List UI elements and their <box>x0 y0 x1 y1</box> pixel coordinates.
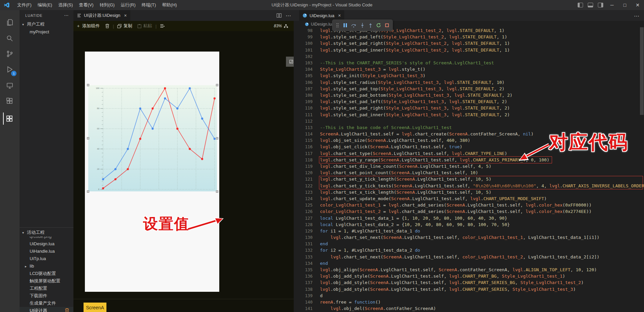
code-line-130[interactable]: 130 lvgl.chart_set_next(ScreenA.LvglChar… <box>294 234 644 241</box>
code-line-134[interactable]: 134end <box>294 260 644 267</box>
menu-item-6[interactable]: 终端(T) <box>138 0 159 10</box>
tree-item-UiDesign.lua[interactable]: UiDesign.lua <box>20 240 73 248</box>
line-number[interactable]: 111 <box>294 112 313 117</box>
line-number[interactable]: 137 <box>294 280 313 285</box>
code-line-118[interactable]: 118lvgl.chart_set_y_range(ScreenA.LvglCh… <box>294 157 644 163</box>
luatide-designer-icon[interactable] <box>3 113 15 125</box>
resize-handle[interactable] <box>216 137 218 139</box>
line-number[interactable]: 131 <box>294 241 313 246</box>
tree-item-lib[interactable]: ▸lib <box>20 262 73 270</box>
code-line-126[interactable]: 126color_LvglChart1_test_2 = lvgl.chart_… <box>294 208 644 215</box>
close-tab-icon[interactable]: × <box>124 13 127 18</box>
design-canvas[interactable]: 100806040200 ScreenA 设置值 <box>73 31 294 312</box>
menu-item-5[interactable]: 运行(R) <box>118 0 138 10</box>
extensions-icon[interactable] <box>4 95 16 107</box>
menu-item-0[interactable]: 文件(F) <box>14 0 35 10</box>
line-number[interactable]: 127 <box>294 216 313 221</box>
code-line-109[interactable]: 109lvgl.style_set_pad_left(Style_LvglCha… <box>294 98 644 105</box>
restart-icon[interactable] <box>376 23 381 28</box>
resize-handle[interactable] <box>87 137 89 139</box>
code-line-122[interactable]: 122lvgl.chart_set_y_tick_texts(ScreenA.L… <box>294 183 644 189</box>
line-number[interactable]: 134 <box>294 261 313 266</box>
code-line-99[interactable]: 99lvgl.style_set_pad_left(Style_LvglChar… <box>294 34 644 40</box>
line-number[interactable]: 98 <box>294 28 313 33</box>
line-number[interactable]: 114 <box>294 131 313 136</box>
line-number[interactable]: 119 <box>294 164 313 169</box>
code-line-137[interactable]: 137lvgl.obj_add_style(ScreenA.LvglChart1… <box>294 279 644 286</box>
code-line-136[interactable]: 136lvgl.obj_add_style(ScreenA.LvglChart1… <box>294 273 644 279</box>
tree-item-UI设计器[interactable]: UI设计器 <box>20 307 73 312</box>
tree-item-UiHandle.lua[interactable]: UiHandle.lua <box>20 248 73 255</box>
line-number[interactable]: 112 <box>294 119 313 124</box>
code-line-106[interactable]: 106lvgl.style_set_radius(Style_LvglChart… <box>294 79 644 86</box>
resize-handle[interactable] <box>216 190 218 193</box>
screen-tab-screena[interactable]: ScreenA <box>84 303 106 312</box>
code-line-100[interactable]: 100lvgl.style_set_pad_right(Style_LvglCh… <box>294 40 644 46</box>
line-number[interactable]: 107 <box>294 86 313 91</box>
step-out-icon[interactable] <box>368 23 373 28</box>
step-into-icon[interactable] <box>360 23 364 28</box>
code-line-128[interactable]: 128local LvglChart1_test_data_2 = {10, 2… <box>294 221 644 228</box>
line-number[interactable]: 103 <box>294 60 313 65</box>
search-icon[interactable] <box>4 32 16 44</box>
code-line-138[interactable]: 138lvgl.obj_add_style(ScreenA.LvglChart1… <box>294 286 644 292</box>
line-number[interactable]: 135 <box>294 267 313 272</box>
explorer-icon[interactable] <box>4 16 16 28</box>
layer-list-icon[interactable] <box>157 21 168 31</box>
code-line-125[interactable]: 125color_LvglChart1_test_1 = lvgl.chart_… <box>294 202 644 208</box>
line-number[interactable]: 125 <box>294 202 313 208</box>
line-number[interactable]: 118 <box>294 157 313 162</box>
step-over-icon[interactable] <box>351 23 356 28</box>
close-tab-icon[interactable]: × <box>338 13 341 18</box>
line-number[interactable]: 104 <box>294 67 313 72</box>
line-number[interactable]: 136 <box>294 274 313 279</box>
resize-handle[interactable] <box>216 84 218 86</box>
line-number[interactable]: 123 <box>294 190 313 195</box>
close-button[interactable]: ✕ <box>631 0 644 10</box>
line-number[interactable]: 122 <box>294 183 313 188</box>
line-number[interactable]: 138 <box>294 287 313 292</box>
tree-view-icon[interactable] <box>284 24 288 28</box>
code-line-112[interactable]: 112 <box>294 118 644 124</box>
code-line-108[interactable]: 108lvgl.style_set_pad_bottom(Style_LvglC… <box>294 92 644 98</box>
line-number[interactable]: 100 <box>294 41 313 46</box>
line-number[interactable]: 139 <box>294 293 313 298</box>
code-lines[interactable]: 98lvgl.style_set_pad_top(Style_LvglChart… <box>294 27 644 312</box>
toggle-sidebar-icon[interactable] <box>578 3 583 7</box>
tree-item-下载固件[interactable]: 下载固件 <box>20 292 73 300</box>
line-number[interactable]: 130 <box>294 235 313 240</box>
line-number[interactable]: 99 <box>294 34 313 39</box>
delete-component-icon[interactable] <box>102 21 112 31</box>
code-line-140[interactable]: 140reenA.free = function() <box>294 299 644 305</box>
resize-handle[interactable] <box>87 190 89 193</box>
pause-icon[interactable] <box>343 23 347 28</box>
line-number[interactable]: 110 <box>294 105 313 111</box>
stop-icon[interactable] <box>385 23 389 27</box>
toggle-secondary-sidebar-icon[interactable] <box>598 3 603 7</box>
code-line-139[interactable]: 139d <box>294 292 644 299</box>
line-number[interactable]: 106 <box>294 80 313 85</box>
line-number[interactable]: 124 <box>294 196 313 201</box>
section-active-project-header[interactable]: ▾ 活动工程 <box>20 228 73 237</box>
code-line-104[interactable]: 104Style_LvglChart1_test_3 = lvgl.style_… <box>294 66 644 72</box>
code-line-105[interactable]: 105lvgl.style_init(Style_LvglChart1_test… <box>294 72 644 79</box>
tree-item-触摸屏驱动配置[interactable]: 触摸屏驱动配置 <box>20 277 73 285</box>
editor-scrollbar[interactable] <box>640 27 644 115</box>
editor-actions-icon[interactable]: ⋯ <box>286 12 291 19</box>
menu-item-3[interactable]: 查看(V) <box>76 0 96 10</box>
code-line-111[interactable]: 111lvgl.style_set_pad_inner(Style_LvglCh… <box>294 111 644 118</box>
code-line-103[interactable]: 103--This is the CHART_PART_SERIES's sty… <box>294 60 644 66</box>
line-number[interactable]: 113 <box>294 125 313 130</box>
menu-item-1[interactable]: 编辑(E) <box>35 0 55 10</box>
line-number[interactable]: 101 <box>294 48 313 53</box>
line-number[interactable]: 120 <box>294 170 313 175</box>
tree-item-工程配置[interactable]: 工程配置 <box>20 285 73 292</box>
copy-button[interactable]: 复制 <box>115 21 135 31</box>
line-number[interactable]: 140 <box>294 300 313 305</box>
minimize-button[interactable]: ─ <box>606 0 618 10</box>
line-number[interactable]: 132 <box>294 248 313 253</box>
line-number[interactable]: 129 <box>294 228 313 233</box>
code-line-124[interactable]: 124lvgl.chart_set_update_mode(ScreenA.Lv… <box>294 195 644 202</box>
code-line-120[interactable]: 120lvgl.chart_set_point_count(ScreenA.Lv… <box>294 169 644 176</box>
paste-button[interactable]: 粘贴 <box>135 21 155 31</box>
